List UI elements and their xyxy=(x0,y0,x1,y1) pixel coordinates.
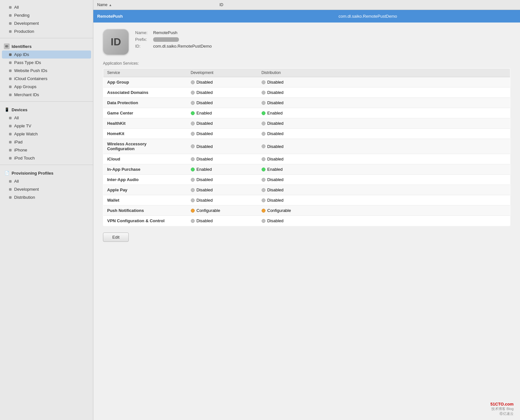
sidebar-item-merchant-ids[interactable]: Merchant IDs xyxy=(0,91,93,99)
bullet-icon xyxy=(9,188,12,191)
sidebar-item-label: All xyxy=(14,115,19,120)
sidebar-item-all-devices[interactable]: All xyxy=(0,114,93,122)
table-row: WalletDisabledDisabled xyxy=(103,195,510,205)
bullet-icon xyxy=(9,157,12,160)
dev-status-cell: Disabled xyxy=(187,175,258,185)
bullet-icon xyxy=(9,180,12,183)
dev-status-label: Disabled xyxy=(197,218,213,223)
bullet-icon xyxy=(9,14,12,17)
dist-status-label: Disabled xyxy=(267,177,284,182)
dist-status-cell: Disabled xyxy=(258,139,510,154)
sidebar-item-app-ids[interactable]: App IDs xyxy=(2,50,91,59)
status-dot-icon xyxy=(191,219,195,223)
devices-section: 📱 Devices All Apple TV Apple Watch iPad … xyxy=(0,104,93,162)
identifiers-header: ID Identifiers xyxy=(0,41,93,50)
dev-status-cell: Enabled xyxy=(187,164,258,175)
services-section-title: Application Services: xyxy=(103,61,510,66)
sidebar-item-pending[interactable]: Pending xyxy=(0,11,93,19)
dev-status-cell: Disabled xyxy=(187,118,258,129)
selected-app-name: RemotePush xyxy=(93,12,216,21)
dist-status-label: Disabled xyxy=(267,198,284,203)
provisioning-section: 📄 Provisioning Profiles All Development … xyxy=(0,168,93,201)
table-header: Name ▲ ID RemotePush com.dl.saiko.Remote… xyxy=(93,0,520,23)
sidebar-item-all-profiles[interactable]: All xyxy=(0,177,93,185)
devices-title: Devices xyxy=(12,107,27,112)
status-dot-icon xyxy=(262,178,265,182)
service-name-cell: iCloud xyxy=(103,154,187,164)
dist-status-label: Disabled xyxy=(267,157,284,161)
dev-status-label: Disabled xyxy=(197,144,213,149)
bullet-icon xyxy=(9,61,12,64)
bullet-icon xyxy=(9,86,12,88)
sidebar-item-icloud-containers[interactable]: iCloud Containers xyxy=(0,75,93,83)
sidebar-item-development-cert[interactable]: Development xyxy=(0,19,93,27)
edit-button[interactable]: Edit xyxy=(103,233,129,242)
dev-status-label: Disabled xyxy=(197,187,213,192)
dev-status-cell: Disabled xyxy=(187,216,258,226)
dist-status-label: Disabled xyxy=(267,121,284,126)
service-name-text: Inter-App Audio xyxy=(107,177,139,182)
sidebar-item-production-cert[interactable]: Production xyxy=(0,27,93,35)
sidebar-item-ipad[interactable]: iPad xyxy=(0,138,93,146)
dist-status-cell: Disabled xyxy=(258,129,510,139)
service-name-cell: VPN Configuration & Control xyxy=(103,216,187,226)
status-dot-icon xyxy=(191,132,195,136)
app-icon-text: ID xyxy=(111,36,121,48)
table-row: In-App PurchaseEnabledEnabled xyxy=(103,164,510,175)
id-column-header: ID xyxy=(216,1,520,8)
app-metadata: Name: RemotePush Prefix: ID: com.dl.saik… xyxy=(135,29,212,50)
dev-status-label: Enabled xyxy=(197,167,212,172)
status-dot-icon xyxy=(191,111,195,115)
service-name-cell: App Group xyxy=(103,77,187,87)
sidebar-item-ipod-touch[interactable]: iPod Touch xyxy=(0,154,93,162)
sidebar-item-label: All xyxy=(14,5,19,10)
sidebar-item-label: Website Push IDs xyxy=(14,68,47,73)
status-dot-icon xyxy=(262,219,265,223)
services-table: Service Development Distribution App Gro… xyxy=(103,68,510,226)
sort-arrow-icon: ▲ xyxy=(109,3,112,7)
watermark-line3: ⑥亿速云 xyxy=(490,411,514,416)
table-row: iCloudDisabledDisabled xyxy=(103,154,510,164)
table-row: Push NotificationsConfigurableConfigurab… xyxy=(103,205,510,216)
dist-status-cell: Disabled xyxy=(258,175,510,185)
dev-status-cell: Disabled xyxy=(187,195,258,205)
service-name-cell: HomeKit xyxy=(103,129,187,139)
app-id-row: ID: com.dl.saiko.RemotePustDemo xyxy=(135,44,212,49)
certs-section: All Pending Development Production xyxy=(0,3,93,35)
status-dot-icon xyxy=(262,157,265,161)
watermark: 51CTO.com 技术博客 Blog ⑥亿速云 xyxy=(490,402,514,416)
status-dot-icon xyxy=(191,198,195,202)
dist-status-cell: Disabled xyxy=(258,216,510,226)
sidebar-item-app-groups[interactable]: App Groups xyxy=(0,83,93,91)
sidebar-item-apple-watch[interactable]: Apple Watch xyxy=(0,130,93,138)
divider xyxy=(0,101,93,102)
service-name-cell: Data Protection xyxy=(103,98,187,108)
name-col-label: Name xyxy=(97,3,107,7)
divider xyxy=(0,165,93,165)
sidebar-item-label: iPod Touch xyxy=(14,156,35,160)
devices-header: 📱 Devices xyxy=(0,104,93,114)
dist-status-cell: Disabled xyxy=(258,154,510,164)
sidebar-item-website-push-ids[interactable]: Website Push IDs xyxy=(0,67,93,75)
sidebar-item-all-certs[interactable]: All xyxy=(0,3,93,11)
sidebar-item-iphone[interactable]: iPhone xyxy=(0,146,93,154)
bullet-icon xyxy=(9,94,12,96)
sidebar-item-development-profile[interactable]: Development xyxy=(0,185,93,193)
status-dot-icon xyxy=(262,80,265,84)
service-name-cell: HealthKit xyxy=(103,118,187,129)
service-name-text: Apple Pay xyxy=(107,187,127,192)
sidebar-item-label: Development xyxy=(14,187,39,192)
app-prefix-row: Prefix: xyxy=(135,37,212,42)
selected-app-row[interactable]: RemotePush com.dl.saiko.RemotePustDemo xyxy=(93,10,520,23)
dev-status-label: Disabled xyxy=(197,121,213,126)
sidebar-item-pass-type-ids[interactable]: Pass Type IDs xyxy=(0,59,93,67)
service-name-cell: Wireless Accessory Configuration xyxy=(103,139,187,154)
dist-status-label: Configurable xyxy=(267,208,291,213)
sidebar-item-distribution-profile[interactable]: Distribution xyxy=(0,193,93,201)
dist-status-label: Disabled xyxy=(267,144,284,149)
bullet-icon xyxy=(9,78,12,80)
dev-status-label: Disabled xyxy=(197,157,213,161)
bullet-icon xyxy=(9,133,12,135)
sidebar-item-apple-tv[interactable]: Apple TV xyxy=(0,122,93,130)
dist-status-label: Disabled xyxy=(267,131,284,136)
